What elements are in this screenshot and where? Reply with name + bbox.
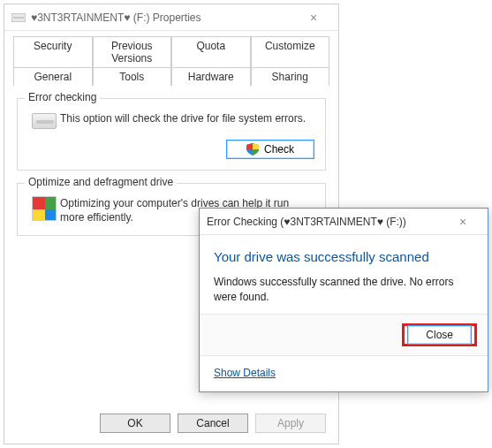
shield-icon — [246, 143, 259, 156]
drive-small-icon — [32, 113, 57, 129]
defrag-label: Optimize and defragment drive — [25, 176, 177, 188]
tab-sharing[interactable]: Sharing — [251, 67, 330, 86]
dialog-heading: Your drive was successfully scanned — [214, 249, 473, 264]
close-button-highlight: Close — [402, 323, 477, 346]
cancel-button[interactable]: Cancel — [178, 414, 248, 433]
dialog-close-icon[interactable]: × — [445, 215, 481, 229]
error-checking-desc: This option will check the drive for fil… — [60, 111, 314, 125]
ok-button[interactable]: OK — [100, 414, 170, 433]
tab-quota[interactable]: Quota — [171, 36, 251, 67]
dialog-title: Error Checking (♥3NT3RTAINMENT♥ (F:)) — [207, 216, 445, 228]
apply-button: Apply — [255, 414, 326, 433]
error-checking-group: Error checking This option will check th… — [17, 98, 326, 171]
error-checking-dialog: Error Checking (♥3NT3RTAINMENT♥ (F:)) × … — [199, 208, 488, 392]
svg-rect-1 — [13, 17, 24, 19]
properties-title: ♥3NT3RTAINMENT♥ (F:) Properties — [31, 11, 296, 24]
close-button[interactable]: Close — [407, 325, 472, 345]
defrag-icon — [32, 196, 57, 221]
tab-tools[interactable]: Tools — [93, 67, 172, 86]
tab-general[interactable]: General — [13, 67, 93, 86]
dialog-message: Windows successfully scanned the drive. … — [214, 275, 473, 305]
tab-customize[interactable]: Customize — [251, 36, 330, 67]
window-close-icon[interactable]: × — [296, 11, 331, 25]
drive-icon — [11, 13, 26, 22]
properties-titlebar[interactable]: ♥3NT3RTAINMENT♥ (F:) Properties × — [4, 4, 338, 31]
dialog-titlebar[interactable]: Error Checking (♥3NT3RTAINMENT♥ (F:)) × — [200, 209, 488, 235]
dialog-buttons: OK Cancel Apply — [100, 414, 326, 433]
show-details-link[interactable]: Show Details — [214, 367, 276, 379]
tab-security[interactable]: Security — [13, 36, 93, 67]
tab-previous-versions[interactable]: Previous Versions — [93, 36, 172, 67]
check-button[interactable]: Check — [226, 140, 314, 159]
error-checking-label: Error checking — [25, 91, 100, 103]
tab-hardware[interactable]: Hardware — [171, 67, 251, 86]
check-button-label: Check — [264, 143, 294, 156]
tabs: SecurityPrevious VersionsQuotaCustomize … — [4, 31, 338, 86]
